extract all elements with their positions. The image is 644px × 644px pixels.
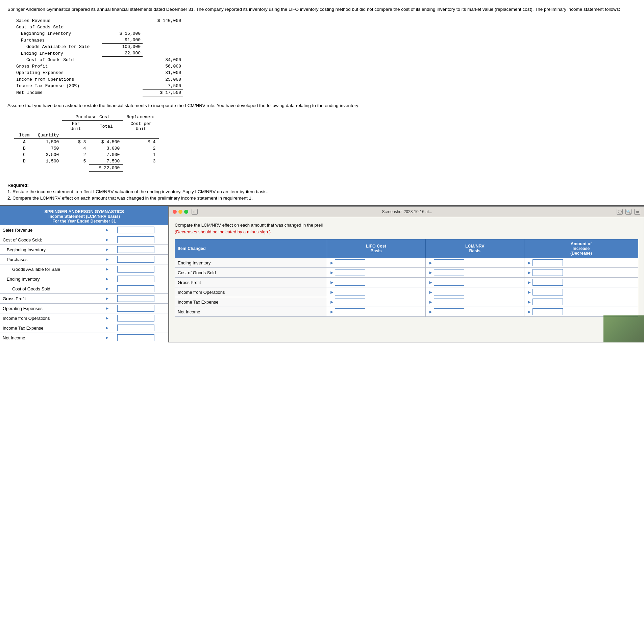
comparison-input-amount-3[interactable] [532,289,563,295]
comparison-lifo-cell-2: ► [327,278,425,287]
comparison-input-lcm-2[interactable] [434,279,464,286]
left-panel-row-3: Purchases► [0,255,168,264]
tax-expense-label: Income Tax Expense (30%) [14,83,102,89]
req1-text: 1. Restate the income statement to refle… [7,189,637,194]
income-statement-form-panel: SPRINGER ANDERSON GYMNASTICS Income Stat… [0,206,169,342]
gross-profit-value: 56,000 [143,63,183,70]
left-row-label-4: Goods Available for Sale [0,264,102,274]
left-row-label-6: Cost of Goods Sold [0,284,102,294]
purchases-label: Purchases [14,37,102,44]
comparison-row-5: Net Income►►► [175,307,638,317]
cogs-value: 84,000 [143,57,183,63]
comparison-input-lifo-2[interactable] [335,279,365,286]
quantity-col-header: Quantity [34,132,62,139]
comparison-row-0: Ending Inventory►►► [175,258,638,268]
forest-background-image [603,315,644,342]
comparison-lifo-cell-0: ► [327,258,425,268]
comparison-amount-cell-0: ► [524,258,638,268]
left-row-arrow-11: ► [102,333,114,343]
comparison-input-amount-0[interactable] [532,259,563,266]
comparison-item-label-5: Net Income [175,307,327,317]
beginning-inventory-value: $ 15,000 [102,30,143,37]
minimize-window-button[interactable] [178,210,182,214]
left-row-arrow-9: ► [102,313,114,323]
left-row-label-2: Beginning Inventory [0,245,102,255]
comparison-item-label-4: Income Tax Expense [175,297,327,307]
search-icon[interactable]: 🔍 [625,209,631,215]
left-row-input-4[interactable] [117,266,154,273]
comparison-arrow-amount-5: ► [527,309,532,314]
period-header: For the Year Ended December 31 [1,219,167,224]
left-row-input-2[interactable] [117,246,154,253]
comparison-lcm-cell-5: ► [425,307,524,317]
left-panel-row-4: Goods Available for Sale► [0,264,168,274]
comparison-arrow-lifo-3: ► [330,289,335,295]
comparison-input-lifo-1[interactable] [335,269,365,276]
replacement-header: Replacement [123,114,159,121]
req2-text: 2. Compare the LCM/NRV effect on each am… [7,196,637,201]
left-row-input-6[interactable] [117,285,154,292]
net-income-value: $ 17,500 [143,89,183,96]
maximize-window-button[interactable] [184,210,188,214]
operating-exp-value: 31,000 [143,70,183,76]
amount-header: Amount ofIncrease(Decrease) [524,239,638,258]
left-row-input-3[interactable] [117,256,154,263]
inventory-row-d: D 1,500 5 7,500 3 [14,158,159,165]
close-window-button[interactable] [173,210,177,214]
comparison-arrow-lcm-1: ► [428,270,433,275]
left-panel-row-7: Gross Profit► [0,294,168,304]
comparison-input-lcm-0[interactable] [434,259,464,266]
assume-text: Assume that you have been asked to resta… [7,102,637,109]
left-row-input-7[interactable] [117,295,154,302]
comparison-input-amount-4[interactable] [532,299,563,305]
info-icon[interactable]: ⓘ [617,209,623,215]
comparison-input-lifo-0[interactable] [335,259,365,266]
comparison-row-4: Income Tax Expense►►► [175,297,638,307]
comparison-arrow-lifo-4: ► [330,299,335,305]
cost-per-unit-header: Cost perUnit [123,121,159,132]
comparison-input-lcm-1[interactable] [434,269,464,276]
inventory-row-a: A 1,500 $ 3 $ 4,500 $ 4 [14,139,159,146]
comparison-input-lcm-5[interactable] [434,308,464,315]
comparison-input-lifo-5[interactable] [335,308,365,315]
cogs-label: Cost of Goods Sold [14,24,102,30]
left-row-arrow-10: ► [102,323,114,333]
zoom-icon[interactable]: ⊕ [634,209,640,215]
comparison-arrow-amount-2: ► [527,280,532,285]
comparison-arrow-lifo-2: ► [330,280,335,285]
left-row-input-10[interactable] [117,325,154,331]
comparison-row-3: Income from Operations►►► [175,287,638,297]
left-row-input-cell-10 [115,323,168,333]
left-row-input-8[interactable] [117,305,154,312]
left-row-label-1: Cost of Goods Sold: [0,235,102,245]
comparison-input-lcm-3[interactable] [434,289,464,295]
comparison-input-amount-2[interactable] [532,279,563,286]
window-tile-icon[interactable]: ⊞ [192,209,198,215]
left-row-input-0[interactable] [117,227,154,233]
left-panel-row-11: Net Income► [0,333,168,343]
browser-title-text: Screenshot 2023-10-16 at... [201,209,613,214]
comparison-input-lifo-4[interactable] [335,299,365,305]
comparison-amount-cell-2: ► [524,278,638,287]
item-col-header: Item [14,132,34,139]
comparison-arrow-lcm-0: ► [428,260,433,265]
comparison-table: Item Changed LIFO CostBasis LCM/NRVBasis… [175,239,638,317]
comparison-arrow-lcm-5: ► [428,309,433,314]
comparison-lifo-cell-5: ► [327,307,425,317]
left-row-input-1[interactable] [117,236,154,243]
comparison-input-amount-1[interactable] [532,269,563,276]
left-panel-row-10: Income Tax Expense► [0,323,168,333]
comparison-input-lifo-3[interactable] [335,289,365,295]
comparison-input-lcm-4[interactable] [434,299,464,305]
comparison-input-amount-5[interactable] [532,308,563,315]
comparison-amount-cell-4: ► [524,297,638,307]
left-row-arrow-1: ► [102,235,114,245]
left-row-input-11[interactable] [117,334,154,341]
comparison-arrow-amount-3: ► [527,289,532,295]
left-row-input-9[interactable] [117,315,154,321]
left-row-input-5[interactable] [117,276,154,282]
purchase-cost-header: Purchase Cost [62,114,123,121]
comparison-item-label-2: Gross Profit [175,278,327,287]
left-row-label-9: Income from Operations [0,313,102,323]
comparison-arrow-amount-4: ► [527,299,532,305]
